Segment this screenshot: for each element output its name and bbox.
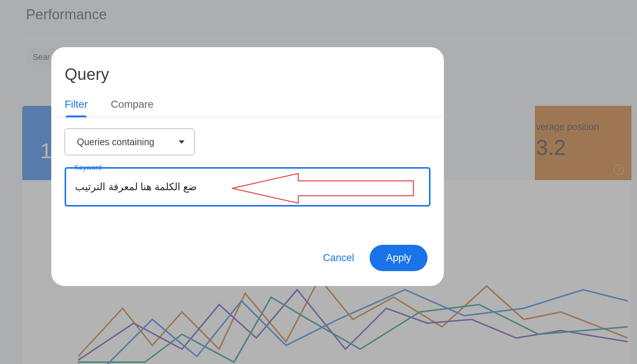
tab-compare[interactable]: Compare bbox=[111, 98, 153, 117]
query-dialog: Query Filter Compare Queries containing … bbox=[51, 47, 444, 286]
annotation-arrow-icon bbox=[231, 172, 417, 204]
chevron-down-icon bbox=[179, 140, 185, 144]
keyword-field-wrapper: Keyword ضع الكلمة هنا لمعرفة الترتيب bbox=[65, 167, 430, 207]
tab-filter[interactable]: Filter bbox=[65, 98, 88, 117]
tab-label: Filter bbox=[65, 98, 88, 110]
dialog-title: Query bbox=[51, 65, 444, 84]
apply-button[interactable]: Apply bbox=[370, 245, 428, 271]
cancel-button[interactable]: Cancel bbox=[323, 252, 354, 264]
keyword-input[interactable]: ضع الكلمة هنا لمعرفة الترتيب bbox=[65, 167, 430, 207]
dialog-actions: Cancel Apply bbox=[323, 245, 428, 271]
svg-marker-0 bbox=[232, 173, 413, 203]
dialog-tabs: Filter Compare bbox=[51, 98, 444, 117]
keyword-value: ضع الكلمة هنا لمعرفة الترتيب bbox=[75, 181, 197, 193]
dropdown-label: Queries containing bbox=[77, 137, 154, 147]
query-type-dropdown[interactable]: Queries containing bbox=[65, 129, 195, 155]
tab-label: Compare bbox=[111, 98, 153, 110]
